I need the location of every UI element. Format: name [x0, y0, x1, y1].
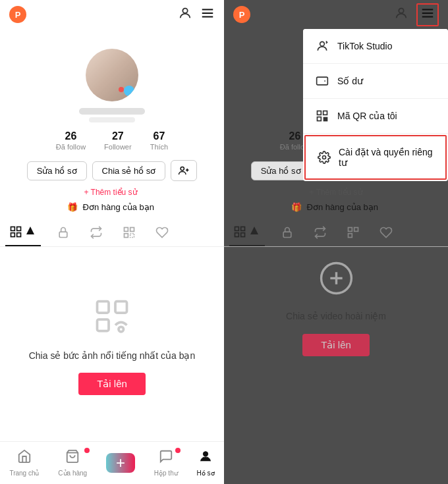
svg-rect-34 — [354, 228, 358, 232]
left-tab-tagged[interactable] — [119, 221, 140, 244]
svg-rect-12 — [125, 228, 128, 232]
svg-rect-32 — [283, 232, 291, 237]
studio-icon — [315, 40, 329, 53]
left-nav-plus[interactable]: + — [106, 453, 135, 473]
left-top-right — [178, 6, 215, 24]
left-avatar — [86, 49, 138, 101]
left-share-profile-button[interactable]: Chia sẻ hồ sơ — [92, 161, 166, 180]
right-upload-button: Tải lên — [302, 334, 370, 356]
left-bottom-nav: Trang chủ Cửa hàng + Hộp thư Hồ sơ — [0, 441, 224, 484]
left-profile-section: 26 Đã follow 27 Follower 67 Thích Sửa hồ… — [0, 29, 224, 219]
right-tab-grid — [229, 219, 265, 246]
left-tab-lock[interactable] — [53, 221, 74, 244]
svg-rect-31 — [241, 233, 245, 237]
right-menu-icon[interactable] — [416, 3, 439, 26]
menu-item-balance[interactable]: Số dư — [303, 64, 448, 99]
plus-icon: + — [116, 455, 125, 471]
right-top-bar: P — [224, 0, 448, 29]
svg-rect-8 — [17, 227, 21, 231]
left-action-buttons: Sửa hồ sơ Chia sẻ hồ sơ — [27, 160, 198, 181]
left-stat-likes[interactable]: 67 Thích — [150, 130, 169, 151]
svg-point-0 — [182, 8, 187, 13]
left-shop-badge — [84, 448, 90, 453]
svg-rect-45 — [326, 120, 327, 121]
left-add-bio[interactable]: + Thêm tiểu sử — [84, 188, 140, 197]
svg-rect-39 — [318, 111, 322, 115]
left-nav-inbox-label: Hộp thư — [154, 470, 178, 477]
svg-rect-10 — [17, 233, 21, 237]
left-nav-inbox[interactable]: Hộp thư — [154, 449, 178, 477]
right-tab-liked — [376, 221, 397, 244]
left-tab-liked[interactable] — [152, 221, 173, 244]
svg-point-46 — [323, 156, 326, 159]
left-share-icon — [92, 296, 132, 343]
left-tab-repost[interactable] — [86, 221, 107, 244]
right-content-area: Chia sẻ video hoài niệm Tải lên — [224, 247, 448, 484]
left-stat-following-label: Đã follow — [56, 143, 86, 151]
menu-item-settings-label: Cài đặt và quyền riêng tư — [339, 147, 434, 168]
menu-item-qr[interactable]: Mã QR của tôi — [303, 99, 448, 134]
left-nav-home[interactable]: Trang chủ — [9, 449, 39, 477]
right-edit-profile-button: Sửa hồ sơ — [251, 161, 311, 180]
settings-icon — [318, 151, 331, 164]
right-tab-repost — [310, 221, 331, 244]
inbox-icon — [159, 449, 173, 468]
svg-rect-11 — [59, 232, 67, 237]
svg-point-21 — [399, 8, 403, 13]
svg-rect-30 — [235, 233, 239, 237]
right-add-bio: + Thêm tiểu sử — [309, 188, 362, 197]
left-stat-follower[interactable]: 27 Follower — [104, 130, 132, 151]
left-stat-follower-value: 27 — [112, 130, 124, 142]
dropdown-menu: TikTok Studio Số dư Mã QR của tôi — [303, 29, 448, 181]
svg-rect-7 — [11, 227, 15, 231]
left-nav-profile-label: Hồ sơ — [197, 470, 215, 477]
menu-item-settings[interactable]: Cài đặt và quyền riêng tư — [304, 135, 447, 180]
profile-icon — [198, 449, 213, 468]
left-edit-profile-button[interactable]: Sửa hồ sơ — [27, 161, 87, 180]
svg-rect-15 — [98, 301, 109, 313]
left-stat-following[interactable]: 26 Đã follow — [56, 130, 86, 151]
svg-point-18 — [119, 327, 124, 332]
svg-rect-42 — [324, 118, 325, 119]
left-orders-icon: 🎁 — [67, 202, 78, 212]
right-panel: P 26 Đã follow 27 — [224, 0, 448, 484]
left-p-icon[interactable]: P — [9, 6, 26, 23]
plus-button[interactable]: + — [106, 453, 135, 473]
right-orders-banner: 🎁 Đơn hàng của bạn — [291, 202, 381, 212]
right-person-icon[interactable] — [394, 6, 408, 24]
right-tabs-row — [224, 219, 448, 247]
svg-rect-40 — [323, 111, 327, 115]
svg-rect-44 — [324, 120, 325, 121]
right-tab-lock — [277, 221, 298, 244]
left-tab-grid[interactable] — [5, 219, 41, 246]
right-orders-label: Đơn hàng của bạn — [307, 202, 379, 212]
right-p-icon[interactable]: P — [233, 6, 250, 23]
right-panel-content: P 26 Đã follow 27 — [224, 0, 448, 484]
menu-item-balance-label: Số dư — [337, 76, 363, 86]
left-orders-label: Đơn hàng của bạn — [83, 202, 155, 212]
left-nav-profile[interactable]: Hồ sơ — [197, 449, 215, 477]
shop-icon — [65, 449, 80, 468]
right-top-right — [394, 3, 439, 26]
left-menu-icon[interactable] — [200, 6, 215, 24]
person-icon[interactable] — [178, 6, 192, 24]
right-stat-following-value: 26 — [289, 130, 301, 142]
left-stat-following-value: 26 — [65, 130, 77, 142]
left-nav-shop[interactable]: Cửa hàng — [58, 449, 87, 477]
left-panel: P 26 Đã follow 27 Follower 67 — [0, 0, 224, 484]
right-tab-tagged — [343, 221, 364, 244]
left-stat-follower-label: Follower — [104, 143, 132, 151]
qr-code-icon — [315, 109, 329, 122]
svg-rect-29 — [241, 227, 245, 231]
left-add-friend-button[interactable] — [171, 160, 197, 181]
svg-rect-43 — [326, 118, 327, 119]
left-orders-banner[interactable]: 🎁 Đơn hàng của bạn — [67, 202, 157, 212]
menu-item-studio-label: TikTok Studio — [337, 41, 393, 51]
menu-item-studio[interactable]: TikTok Studio — [303, 29, 448, 64]
left-tabs-row — [0, 219, 224, 247]
svg-rect-14 — [125, 234, 128, 238]
left-inbox-badge — [175, 448, 181, 453]
left-top-bar: P — [0, 0, 224, 29]
svg-rect-17 — [98, 319, 109, 331]
left-upload-button[interactable]: Tải lên — [78, 373, 146, 395]
